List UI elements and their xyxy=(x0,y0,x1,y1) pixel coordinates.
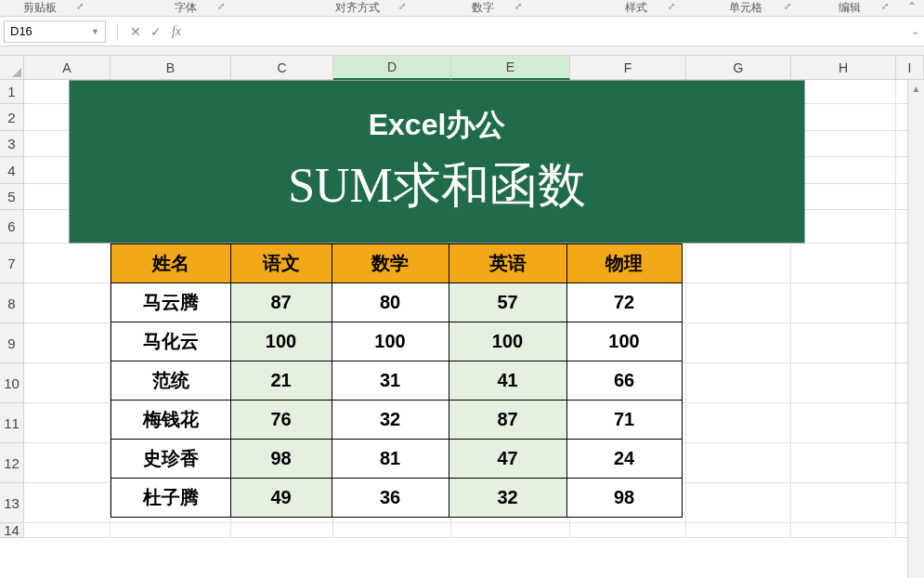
cell[interactable] xyxy=(791,104,896,131)
column-header[interactable]: G xyxy=(686,56,791,80)
column-header[interactable]: I xyxy=(896,56,924,80)
cell[interactable] xyxy=(791,363,896,403)
row-header[interactable]: 1 xyxy=(0,80,24,104)
cells-area[interactable]: Excel办公 SUM求和函数 姓名语文数学英语物理马云腾87805772马化云… xyxy=(24,80,924,538)
table-header-cell[interactable]: 语文 xyxy=(230,243,332,283)
column-header[interactable]: B xyxy=(111,56,231,80)
table-cell[interactable]: 24 xyxy=(566,439,683,479)
table-cell[interactable]: 80 xyxy=(332,282,449,322)
cell[interactable] xyxy=(791,243,896,283)
cell[interactable] xyxy=(24,243,111,283)
table-cell[interactable]: 98 xyxy=(566,478,683,518)
cell[interactable] xyxy=(791,283,896,323)
cell[interactable] xyxy=(791,523,896,538)
table-cell[interactable]: 87 xyxy=(449,400,567,440)
table-cell[interactable]: 41 xyxy=(449,361,567,401)
column-header[interactable]: D xyxy=(333,56,451,80)
row-header[interactable]: 7 xyxy=(0,243,24,283)
cell[interactable] xyxy=(686,443,791,483)
dialog-launcher-icon[interactable]: ⤢ xyxy=(514,1,522,11)
row-header[interactable]: 12 xyxy=(0,443,24,483)
cell[interactable] xyxy=(451,523,570,538)
table-cell[interactable]: 100 xyxy=(332,322,449,361)
table-cell[interactable]: 史珍香 xyxy=(111,439,231,479)
cell[interactable] xyxy=(791,323,896,363)
cell[interactable] xyxy=(686,403,791,443)
cell[interactable] xyxy=(24,523,111,538)
column-header[interactable]: H xyxy=(791,56,896,80)
cell[interactable] xyxy=(791,403,896,443)
name-box[interactable]: D16 ▼ xyxy=(4,20,106,43)
table-cell[interactable]: 杜子腾 xyxy=(111,478,231,518)
table-cell[interactable]: 66 xyxy=(566,361,683,401)
cell[interactable] xyxy=(24,403,111,443)
vertical-scrollbar[interactable]: ▲ xyxy=(907,80,924,578)
cell[interactable] xyxy=(791,131,896,157)
dialog-launcher-icon[interactable]: ⤢ xyxy=(217,1,225,11)
cell[interactable] xyxy=(111,523,231,538)
row-header[interactable]: 14 xyxy=(0,523,24,538)
table-cell[interactable]: 范统 xyxy=(111,361,231,401)
cell[interactable] xyxy=(686,483,791,523)
table-cell[interactable]: 32 xyxy=(449,478,567,518)
cell[interactable] xyxy=(791,184,896,210)
cell[interactable] xyxy=(791,483,896,523)
table-cell[interactable]: 36 xyxy=(332,478,449,518)
table-cell[interactable]: 57 xyxy=(449,282,567,322)
cell[interactable] xyxy=(333,523,451,538)
row-header[interactable]: 4 xyxy=(0,157,24,184)
dialog-launcher-icon[interactable]: ⤢ xyxy=(398,1,406,11)
column-header[interactable]: E xyxy=(451,56,570,80)
insert-function-icon[interactable]: fx xyxy=(166,24,187,39)
row-header[interactable]: 10 xyxy=(0,363,24,403)
table-header-cell[interactable]: 英语 xyxy=(449,243,567,283)
formula-input[interactable] xyxy=(187,20,905,43)
cell[interactable] xyxy=(686,523,791,538)
cell[interactable] xyxy=(686,363,791,403)
table-header-cell[interactable]: 物理 xyxy=(566,243,683,283)
column-header[interactable]: F xyxy=(570,56,686,80)
table-cell[interactable]: 98 xyxy=(230,439,332,479)
cell[interactable] xyxy=(24,483,111,523)
select-all-button[interactable] xyxy=(0,56,24,80)
dialog-launcher-icon[interactable]: ⤢ xyxy=(784,1,791,11)
cell[interactable] xyxy=(24,323,111,363)
cell[interactable] xyxy=(791,210,896,243)
chevron-down-icon[interactable]: ▼ xyxy=(91,27,99,36)
collapse-ribbon-icon[interactable]: ⌃ xyxy=(907,0,917,13)
enter-icon[interactable]: ✓ xyxy=(146,24,166,39)
table-cell[interactable]: 87 xyxy=(230,282,332,322)
table-header-cell[interactable]: 姓名 xyxy=(111,243,231,283)
column-header[interactable]: C xyxy=(231,56,333,80)
table-cell[interactable]: 81 xyxy=(332,439,449,479)
dialog-launcher-icon[interactable]: ⤢ xyxy=(76,1,84,11)
cell[interactable] xyxy=(791,157,896,184)
table-cell[interactable]: 100 xyxy=(230,322,332,361)
table-cell[interactable]: 21 xyxy=(230,361,332,401)
cell[interactable] xyxy=(24,443,111,483)
table-cell[interactable]: 76 xyxy=(230,400,332,440)
cell[interactable] xyxy=(791,443,896,483)
row-header[interactable]: 2 xyxy=(0,104,24,131)
cell[interactable] xyxy=(24,283,111,323)
table-cell[interactable]: 梅钱花 xyxy=(111,400,231,440)
table-cell[interactable]: 马云腾 xyxy=(111,282,231,322)
table-cell[interactable]: 马化云 xyxy=(111,322,231,361)
row-header[interactable]: 11 xyxy=(0,403,24,443)
table-header-cell[interactable]: 数学 xyxy=(332,243,449,283)
dialog-launcher-icon[interactable]: ⤢ xyxy=(881,1,889,11)
row-header[interactable]: 13 xyxy=(0,483,24,523)
row-header[interactable]: 8 xyxy=(0,283,24,323)
table-cell[interactable]: 47 xyxy=(449,439,567,479)
cell[interactable] xyxy=(24,363,111,403)
row-header[interactable]: 9 xyxy=(0,323,24,363)
table-cell[interactable]: 31 xyxy=(332,361,449,401)
cell[interactable] xyxy=(791,80,896,104)
row-header[interactable]: 6 xyxy=(0,210,24,243)
cell[interactable] xyxy=(231,523,333,538)
table-cell[interactable]: 71 xyxy=(566,400,683,440)
scroll-up-icon[interactable]: ▲ xyxy=(908,80,924,97)
cell[interactable] xyxy=(686,323,791,363)
dialog-launcher-icon[interactable]: ⤢ xyxy=(668,1,675,11)
expand-formula-bar-icon[interactable]: ⌄ xyxy=(905,25,924,37)
